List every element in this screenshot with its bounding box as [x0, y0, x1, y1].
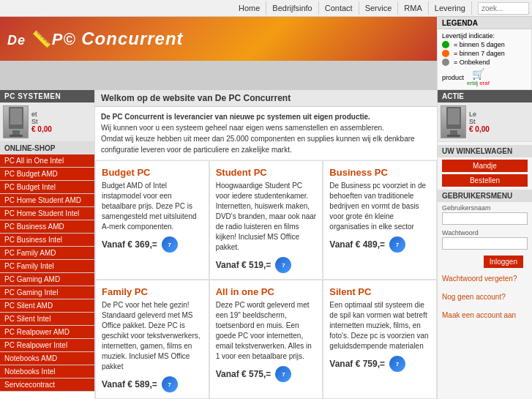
sidebar-menu-link[interactable]: PC Gaming AMD: [0, 273, 94, 286]
win7-badge: 7: [389, 356, 405, 372]
site-header: De 📏P© Concurrent: [0, 17, 437, 61]
sidebar-menu-item[interactable]: PC Silent Intel: [0, 313, 94, 326]
sidebar-menu-item[interactable]: Servicecontract: [0, 379, 94, 392]
inloggen-row: Inloggen: [438, 252, 532, 272]
legenda-box: LEGENDA Levertijd indicatie: = binnen 5 …: [437, 17, 532, 90]
sidebar-menu-item[interactable]: Notebooks AMD: [0, 352, 94, 365]
sidebar-menu: PC All in One IntelPC Budget AMDPC Budge…: [0, 154, 94, 392]
username-row: Gebruikersnaam: [438, 202, 532, 227]
welcome-header: Welkom op de website van De PC Concurren…: [95, 90, 437, 107]
sidebar-menu-link[interactable]: PC Budget Intel: [0, 181, 94, 193]
wachtwoord-vergeten-link[interactable]: Wachtwoord vergeten?: [442, 275, 528, 283]
sidebar-menu-link[interactable]: PC Silent AMD: [0, 299, 94, 312]
product-title[interactable]: Student PC: [216, 167, 317, 178]
search-box: [478, 2, 529, 15]
sidebar-menu-item[interactable]: PC Gaming Intel: [0, 286, 94, 299]
bestellen-button[interactable]: Bestellen: [442, 174, 528, 187]
sidebar-menu-link[interactable]: PC Business Intel: [0, 234, 94, 246]
sidebar-menu-link[interactable]: Notebooks AMD: [0, 352, 94, 365]
sidebar-menu-link[interactable]: PC Silent Intel: [0, 313, 94, 325]
product-title[interactable]: All in one PC: [216, 286, 317, 297]
nav-home[interactable]: Home: [233, 1, 266, 15]
sidebar-menu-item[interactable]: PC Business AMD: [0, 220, 94, 234]
legenda-row-green: = binnen 5 dagen: [442, 41, 527, 48]
sidebar-menu-link[interactable]: PC Realpower Intel: [0, 339, 94, 351]
product-title[interactable]: Family PC: [102, 286, 203, 297]
sidebar-menu-item[interactable]: PC Realpower Intel: [0, 339, 94, 352]
sidebar-menu-item[interactable]: PC Realpower AMD: [0, 326, 94, 339]
sidebar-menu-link[interactable]: PC Family AMD: [0, 247, 94, 259]
win7-badge: 7: [275, 366, 291, 382]
legenda-row-gray: = Onbekend: [442, 59, 527, 66]
search-input[interactable]: [478, 2, 529, 15]
nav-rma[interactable]: RMA: [398, 1, 428, 15]
sidebar-menu-item[interactable]: PC All in One Intel: [0, 154, 94, 168]
center-content: Welkom op de website van De PC Concurren…: [95, 90, 437, 399]
sidebar-menu-link[interactable]: PC Realpower AMD: [0, 326, 94, 338]
legenda-section: LEGENDA Levertijd indicatie: = binnen 5 …: [437, 17, 532, 90]
sidebar-menu-link[interactable]: PC All in One Intel: [0, 154, 94, 167]
svg-rect-2: [12, 130, 20, 135]
product-title[interactable]: Business PC: [329, 167, 430, 178]
product-desc: Deze PC wordt geleverd met een 19" beeld…: [216, 300, 317, 362]
sidebar-menu-link[interactable]: PC Budget AMD: [0, 168, 94, 180]
sidebar-menu-item[interactable]: PC Budget AMD: [0, 168, 94, 181]
sidebar-menu-item[interactable]: PC Business Intel: [0, 234, 94, 247]
price-value: Vanaf € 759,=: [329, 359, 385, 369]
sidebar-menu-link[interactable]: PC Family Intel: [0, 260, 94, 272]
product-cell: Family PC De PC voor het hele gezin! Sta…: [95, 280, 209, 399]
sidebar-menu-item[interactable]: PC Gaming AMD: [0, 273, 94, 286]
sidebar-menu-item[interactable]: PC Home Student Intel: [0, 207, 94, 220]
product-title[interactable]: Budget PC: [102, 167, 203, 178]
eraf-label: eraf: [479, 80, 490, 86]
product-price: Vanaf € 575,= 7: [216, 366, 317, 382]
legenda-binnen7: = binnen 7 dagen: [454, 50, 505, 57]
nav-levering[interactable]: Levering: [429, 1, 472, 15]
right-pc-le: Le: [469, 111, 490, 118]
sidebar-menu-item[interactable]: PC Home Student AMD: [0, 194, 94, 207]
svg-rect-1: [10, 108, 22, 124]
online-shop-header: ONLINE-SHOP: [0, 142, 94, 154]
price-value: Vanaf € 489,=: [329, 239, 385, 250]
product-price: Vanaf € 519,= 7: [216, 257, 317, 273]
win7-badge: 7: [162, 376, 178, 392]
pc-preview-info: et St € 0,00: [31, 111, 52, 133]
sidebar-menu-link[interactable]: PC Gaming Intel: [0, 286, 94, 299]
sidebar-menu-link[interactable]: PC Business AMD: [0, 220, 94, 233]
pc-preview-image: [3, 105, 29, 138]
site-logo: De 📏P© Concurrent: [7, 29, 184, 49]
username-input[interactable]: [442, 212, 528, 225]
sidebar-menu-item[interactable]: PC Silent AMD: [0, 299, 94, 313]
sidebar-menu-item[interactable]: PC Family AMD: [0, 247, 94, 260]
nav-contact[interactable]: Contact: [319, 1, 359, 15]
header-area: De 📏P© Concurrent LEGENDA Levertijd indi…: [0, 17, 532, 90]
product-desc: Hoogwaardige Student PC voor iedere stud…: [216, 181, 317, 253]
sidebar-menu-item[interactable]: Notebooks Intel: [0, 365, 94, 379]
sidebar-menu-item[interactable]: PC Family Intel: [0, 260, 94, 273]
product-title[interactable]: Silent PC: [329, 286, 430, 297]
header-center: De 📏P© Concurrent: [0, 17, 437, 90]
gebruikersmenu-header: GEBRUIKERSMENU: [438, 190, 532, 202]
maak-account-link[interactable]: Maak een account aan: [442, 311, 528, 319]
legenda-levertijd: Levertijd indicatie:: [442, 32, 527, 40]
sidebar-menu-link[interactable]: PC Home Student AMD: [0, 194, 94, 206]
inloggen-button[interactable]: Inloggen: [484, 256, 523, 268]
nav-service[interactable]: Service: [359, 1, 399, 15]
sidebar-menu-link[interactable]: PC Home Student Intel: [0, 207, 94, 220]
right-actie-header: ACTIE: [438, 90, 532, 102]
username-label: Gebruikersnaam: [442, 204, 528, 212]
right-pc-image: [441, 105, 466, 138]
pc-preview-st: St: [31, 118, 52, 125]
win7-badge: 7: [389, 236, 405, 253]
product-desc: De Business pc voorziet in de behoeften …: [329, 181, 430, 232]
cart-icon: 🛒: [472, 68, 484, 80]
account-links: Wachtwoord vergeten? Nog geen account? M…: [438, 272, 532, 322]
sidebar-menu-link[interactable]: Servicecontract: [0, 379, 94, 391]
sidebar-menu-item[interactable]: PC Budget Intel: [0, 181, 94, 194]
password-input[interactable]: [442, 237, 528, 250]
nav-bedrijfsinfo[interactable]: Bedrijfsinfo: [266, 1, 318, 15]
sidebar-menu-link[interactable]: Notebooks Intel: [0, 365, 94, 378]
mandje-button[interactable]: Mandje: [442, 160, 528, 172]
product-cell: Business PC De Business pc voorziet in d…: [323, 160, 437, 280]
svg-rect-3: [10, 135, 23, 137]
